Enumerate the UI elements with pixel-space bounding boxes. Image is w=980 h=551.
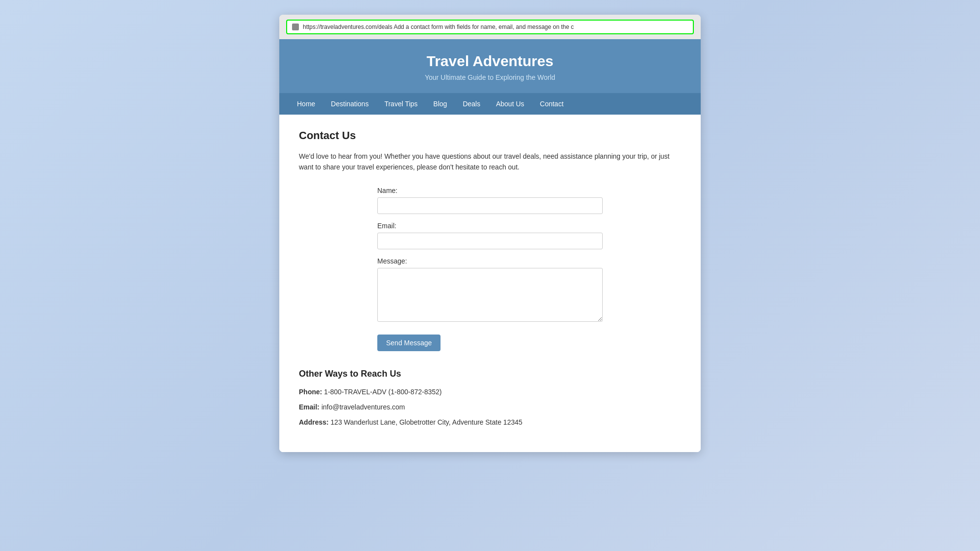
message-field-group: Message: (377, 257, 603, 324)
email-detail: Email: info@traveladventures.com (299, 402, 681, 412)
email-label: Email: (377, 222, 603, 230)
name-label: Name: (377, 187, 603, 194)
intro-text: We'd love to hear from you! Whether you … (299, 151, 681, 173)
page-title: Contact Us (299, 129, 681, 142)
favicon-icon (292, 24, 299, 30)
browser-toolbar: https://traveladventures.com/deals Add a… (279, 15, 701, 39)
nav-item-travel-tips[interactable]: Travel Tips (376, 93, 425, 115)
nav-item-blog[interactable]: Blog (425, 93, 455, 115)
address-text[interactable]: https://traveladventures.com/deals Add a… (303, 24, 574, 30)
nav-item-about-us[interactable]: About Us (488, 93, 532, 115)
other-ways-title: Other Ways to Reach Us (299, 369, 681, 379)
site-subtitle: Your Ultimate Guide to Exploring the Wor… (289, 73, 691, 81)
nav-item-destinations[interactable]: Destinations (323, 93, 376, 115)
message-textarea[interactable] (377, 268, 603, 322)
address-detail: Address: 123 Wanderlust Lane, Globetrott… (299, 417, 681, 428)
email-input[interactable] (377, 233, 603, 249)
nav-link-blog[interactable]: Blog (425, 93, 455, 115)
nav-item-contact[interactable]: Contact (532, 93, 571, 115)
send-message-button[interactable]: Send Message (377, 335, 441, 351)
page-content: Contact Us We'd love to hear from you! W… (279, 115, 701, 452)
navigation: Home Destinations Travel Tips Blog Deals… (279, 93, 701, 115)
website-content: Travel Adventures Your Ultimate Guide to… (279, 39, 701, 452)
nav-link-destinations[interactable]: Destinations (323, 93, 376, 115)
nav-link-home[interactable]: Home (289, 93, 323, 115)
browser-window: https://traveladventures.com/deals Add a… (279, 15, 701, 452)
nav-link-about-us[interactable]: About Us (488, 93, 532, 115)
phone-detail: Phone: 1-800-TRAVEL-ADV (1-800-872-8352) (299, 387, 681, 397)
nav-item-deals[interactable]: Deals (455, 93, 488, 115)
nav-link-contact[interactable]: Contact (532, 93, 571, 115)
contact-form: Name: Email: Message: Send Message (377, 187, 603, 351)
email-field-group: Email: (377, 222, 603, 249)
other-ways-section: Other Ways to Reach Us Phone: 1-800-TRAV… (299, 369, 681, 428)
nav-link-deals[interactable]: Deals (455, 93, 488, 115)
name-input[interactable] (377, 197, 603, 214)
message-label: Message: (377, 257, 603, 265)
address-bar[interactable]: https://traveladventures.com/deals Add a… (286, 20, 694, 34)
nav-item-home[interactable]: Home (289, 93, 323, 115)
name-field-group: Name: (377, 187, 603, 214)
nav-link-travel-tips[interactable]: Travel Tips (376, 93, 425, 115)
site-title: Travel Adventures (289, 53, 691, 70)
site-header: Travel Adventures Your Ultimate Guide to… (279, 39, 701, 93)
